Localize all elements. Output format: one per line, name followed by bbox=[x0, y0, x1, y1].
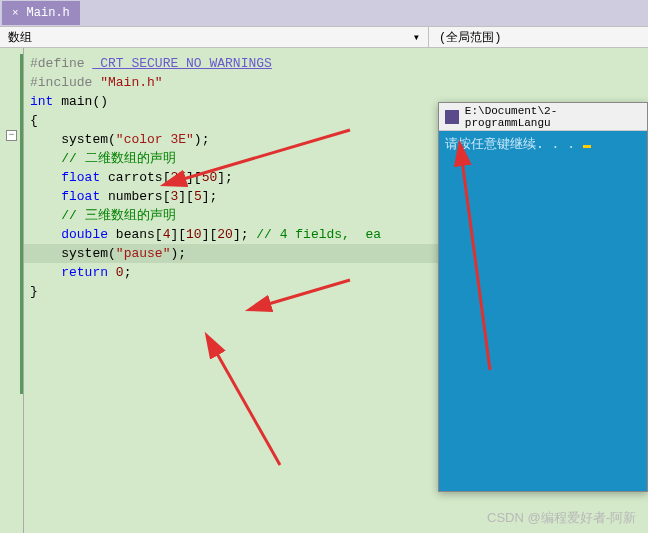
scope-label: (全局范围) bbox=[439, 31, 501, 45]
cursor bbox=[583, 145, 591, 148]
tab-main-h[interactable]: × Main.h bbox=[2, 1, 80, 25]
toolbar-left-dropdown[interactable]: 数组 ▾ bbox=[0, 29, 428, 46]
dropdown-label: 数组 bbox=[8, 29, 32, 46]
tab-label: Main.h bbox=[27, 6, 70, 20]
gutter[interactable]: − bbox=[0, 48, 24, 533]
console-output: 请按任意键继续. . . bbox=[445, 137, 583, 152]
console-title: E:\Document\2-programmLangu bbox=[465, 105, 641, 129]
code-line: #include "Main.h" bbox=[30, 73, 648, 92]
close-icon[interactable]: × bbox=[12, 7, 19, 19]
console-titlebar[interactable]: E:\Document\2-programmLangu bbox=[439, 103, 647, 131]
tab-bar: × Main.h bbox=[0, 0, 648, 26]
change-stripe bbox=[20, 54, 23, 394]
code-line: #define _CRT_SECURE_NO_WARNINGS bbox=[30, 54, 648, 73]
console-window[interactable]: E:\Document\2-programmLangu 请按任意键继续. . . bbox=[438, 102, 648, 492]
watermark: CSDN @编程爱好者-阿新 bbox=[487, 509, 636, 527]
console-icon bbox=[445, 110, 459, 124]
chevron-down-icon: ▾ bbox=[413, 30, 420, 45]
fold-toggle[interactable]: − bbox=[6, 130, 17, 141]
console-body[interactable]: 请按任意键继续. . . bbox=[439, 131, 647, 491]
toolbar: 数组 ▾ (全局范围) bbox=[0, 26, 648, 48]
scope-dropdown[interactable]: (全局范围) bbox=[429, 29, 501, 46]
